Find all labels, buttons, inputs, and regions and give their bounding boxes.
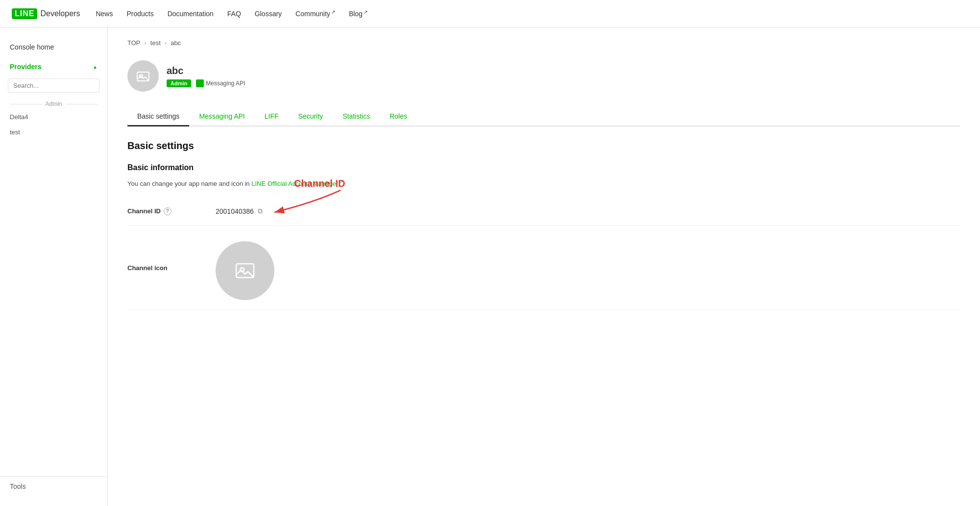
channel-icon-value xyxy=(216,235,274,300)
tab-basic-settings[interactable]: Basic settings xyxy=(127,107,189,126)
tab-messaging-api[interactable]: Messaging API xyxy=(189,107,254,126)
annotation-arrow xyxy=(265,188,343,215)
annotation-container: Channel ID 2001040386 xyxy=(216,207,254,215)
info-text: You can change your app name and icon in… xyxy=(127,179,960,187)
sidebar: Console home Providers ▲ Admin Delta4 te… xyxy=(0,27,108,506)
channel-avatar xyxy=(127,60,159,92)
section-title: Basic settings xyxy=(127,140,960,152)
channel-id-label: Channel ID ? xyxy=(127,207,206,215)
breadcrumb-sep-1: › xyxy=(145,39,147,47)
nav-item-documentation[interactable]: Documentation xyxy=(168,10,214,18)
channel-badges: Admin Messaging API xyxy=(167,79,245,87)
sidebar-console-home[interactable]: Console home xyxy=(0,37,107,57)
badge-admin: Admin xyxy=(167,79,191,87)
main-content: TOP › test › abc abc Admin xyxy=(108,27,980,506)
logo-developers: Developers xyxy=(40,9,80,18)
channel-id-number: 2001040386 xyxy=(216,207,254,215)
nav-item-faq[interactable]: FAQ xyxy=(227,10,241,18)
breadcrumb-top[interactable]: TOP xyxy=(127,39,141,47)
tab-liff[interactable]: LIFF xyxy=(255,107,289,126)
nav-item-news[interactable]: News xyxy=(96,10,113,18)
logo[interactable]: LINE Developers xyxy=(12,8,80,19)
tabs: Basic settings Messaging API LIFF Securi… xyxy=(127,107,960,126)
sidebar-item-delta4[interactable]: Delta4 xyxy=(0,109,107,125)
subsection-title: Basic information xyxy=(127,163,960,172)
channel-name: abc xyxy=(167,65,245,76)
tab-security[interactable]: Security xyxy=(289,107,333,126)
image-icon xyxy=(135,68,151,84)
search-input[interactable] xyxy=(8,78,99,93)
breadcrumb-sep-2: › xyxy=(165,39,167,47)
annotation-label: Channel ID xyxy=(294,178,345,189)
sidebar-providers-section: Providers ▲ xyxy=(0,57,107,75)
sidebar-item-test[interactable]: test xyxy=(0,125,107,140)
tab-roles[interactable]: Roles xyxy=(380,107,417,126)
breadcrumb: TOP › test › abc xyxy=(127,39,960,47)
channel-icon-placeholder xyxy=(216,241,274,300)
nav-item-community[interactable]: Community xyxy=(295,9,335,18)
nav-item-glossary[interactable]: Glossary xyxy=(255,10,282,18)
channel-id-row: Channel ID ? Channel ID xyxy=(127,197,960,226)
nav-item-blog[interactable]: Blog xyxy=(349,9,368,18)
copy-icon[interactable]: ⧉ xyxy=(258,207,263,215)
channel-icon-label: Channel icon xyxy=(127,264,206,272)
badge-api: Messaging API xyxy=(196,79,245,87)
svg-rect-0 xyxy=(137,72,149,81)
channel-id-value: Channel ID 2001040386 ⧉ xyxy=(216,207,263,215)
channel-id-help-icon[interactable]: ? xyxy=(164,207,172,215)
chevron-up-icon: ▲ xyxy=(93,64,98,70)
top-nav: LINE Developers News Products Documentat… xyxy=(0,0,980,27)
image-placeholder-icon xyxy=(233,259,257,282)
sidebar-providers[interactable]: Providers ▲ xyxy=(10,63,98,71)
channel-info: abc Admin Messaging API xyxy=(167,65,245,87)
sidebar-tools[interactable]: Tools xyxy=(0,476,107,496)
logo-line: LINE xyxy=(12,8,37,19)
messaging-api-icon xyxy=(196,79,204,87)
channel-header: abc Admin Messaging API xyxy=(127,60,960,92)
channel-icon-row: Channel icon xyxy=(127,226,960,310)
nav-item-products[interactable]: Products xyxy=(126,10,153,18)
breadcrumb-current: abc xyxy=(171,39,181,47)
sidebar-group-label: Admin xyxy=(0,99,107,109)
breadcrumb-test[interactable]: test xyxy=(150,39,161,47)
tab-statistics[interactable]: Statistics xyxy=(333,107,380,126)
sidebar-providers-label: Providers xyxy=(10,63,42,71)
nav-links: News Products Documentation FAQ Glossary… xyxy=(96,9,368,18)
